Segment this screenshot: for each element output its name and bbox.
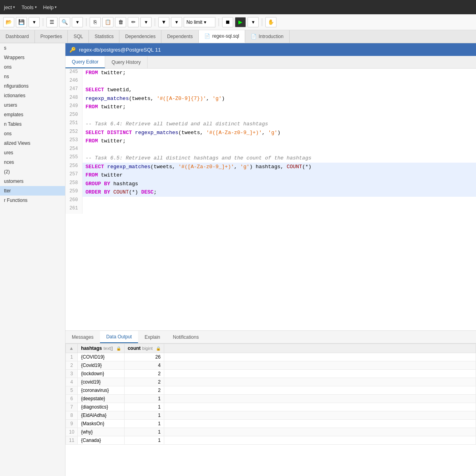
line-number: 257 [65,171,82,180]
filter-button[interactable]: ▼ [158,17,169,27]
search-dropdown-button[interactable]: ▾ [72,17,83,27]
lock-icon-hashtags: 🔒 [116,346,121,351]
edit-button[interactable]: ✏ [128,17,139,27]
menu-tools[interactable]: Tools ▾ [21,4,36,10]
paste-button[interactable]: 📋 [102,17,113,27]
line-number: 245 [65,69,82,77]
sidebar-item-wrappers[interactable]: Wrappers [0,53,65,62]
query-editor[interactable]: 245FROM twitter;246 247SELECT tweetid,24… [65,69,476,330]
sidebar-item-cursers[interactable]: ursers [0,100,65,110]
tab-introduction[interactable]: 📄 Introduction [245,30,290,43]
menu-help[interactable]: Help ▾ [43,4,57,10]
tab-data-output[interactable]: Data Output [100,331,138,343]
save-dropdown-button[interactable]: ▾ [29,17,40,27]
line-number: 259 [65,188,82,197]
run-button[interactable]: ▶ [235,17,246,27]
table-row[interactable]: 3{lockdown}2 [66,370,476,378]
cell-count: 26 [124,353,164,361]
run-dropdown-button[interactable]: ▾ [248,17,259,27]
delete-button[interactable]: 🗑 [115,17,126,27]
code-line: ORDER BY COUNT(*) DESC; [82,188,476,197]
tab-messages[interactable]: Messages [65,331,100,343]
cell-count: 1 [124,395,164,403]
code-line: SELECT DISTINCT regexp_matches(tweets, '… [82,129,476,137]
code-line [82,205,476,214]
connection-bar: 🔑 regex-db/postgres@PostgreSQL 11 [65,43,476,56]
tab-explain[interactable]: Explain [138,331,166,343]
cell-count: 1 [124,436,164,445]
col-header-hashtags[interactable]: hashtags text[] 🔒 [78,344,125,353]
sidebar-item-ns[interactable]: ns [0,72,65,81]
row-number: 6 [66,395,78,403]
copy-button[interactable]: ⎘ [90,17,101,27]
sidebar-item-ures[interactable]: ures [0,148,65,157]
tab-regex-sql[interactable]: 📄 regex-sql.sql [199,30,245,43]
tab-query-history[interactable]: Query History [105,56,147,68]
table-row[interactable]: 4{covid19}2 [66,378,476,386]
sidebar-item-nces[interactable]: nces [0,157,65,167]
separator4 [219,18,219,26]
separator [43,18,43,26]
tab-dependencies[interactable]: Dependencies [119,30,161,43]
table-row[interactable]: 7{diagnostics}1 [66,403,476,411]
tab-properties[interactable]: Properties [35,30,68,43]
cell-empty [164,395,476,403]
table-row[interactable]: 8{EidAlAdha}1 [66,411,476,420]
tab-query-editor[interactable]: Query Editor [65,56,105,68]
sidebar-item-configurations[interactable]: nfigurations [0,81,65,91]
table-row[interactable]: 2{Covid19}4 [66,361,476,370]
tab-notifications[interactable]: Notifications [167,331,205,343]
col-header-rownum: ▲ [66,344,78,353]
menu-project[interactable]: ject ▾ [4,4,15,10]
sidebar-item-tables[interactable]: n Tables [0,119,65,129]
sidebar-item-customers[interactable]: ustomers [0,177,65,186]
cell-count: 1 [124,403,164,411]
cell-hashtags: {EidAlAdha} [78,411,125,420]
sidebar-item-2[interactable]: (2) [0,167,65,177]
sidebar-item-functions[interactable]: r Functions [0,196,65,205]
cell-hashtags: {why} [78,428,125,436]
line-number: 260 [65,197,82,205]
table-row[interactable]: 11{Canada}1 [66,436,476,445]
table-row[interactable]: 6{deepstate}1 [66,395,476,403]
data-table: ▲ hashtags text[] 🔒 [65,344,476,445]
cell-empty [164,428,476,436]
sidebar-item-dictionaries[interactable]: ictionaries [0,91,65,100]
filter-dropdown-button[interactable]: ▾ [171,17,182,27]
no-limit-dropdown[interactable]: No limit ▾ [184,17,215,27]
table-row[interactable]: 9{MasksOn}1 [66,420,476,428]
hand-button[interactable]: ✋ [265,17,276,27]
edit-dropdown-button[interactable]: ▾ [140,17,152,27]
line-number: 246 [65,77,82,86]
cell-count: 4 [124,361,164,370]
row-number: 7 [66,403,78,411]
code-line [82,197,476,205]
open-file-button[interactable]: 📂 [3,17,14,27]
table-row[interactable]: 10{why}1 [66,428,476,436]
sidebar-item-materialized-views[interactable]: alized Views [0,138,65,148]
tab-statistics[interactable]: Statistics [89,30,119,43]
sidebar-item-s[interactable]: s [0,43,65,53]
code-line: regexp_matches(tweets, '#([A-Z0-9]{7})',… [82,94,476,103]
tab-dependents[interactable]: Dependents [161,30,199,43]
search-button[interactable]: 🔍 [59,17,70,27]
toolbar: 📂 💾 ▾ ☰ 🔍 ▾ ⎘ 📋 🗑 ✏ ▾ ▼ ▾ No limit ▾ ⏹ ▶… [0,14,476,30]
data-table-wrapper[interactable]: ▲ hashtags text[] 🔒 [65,344,476,476]
sidebar-item-twitter[interactable]: tter [0,186,65,196]
cell-count: 1 [124,420,164,428]
sidebar-item-templates[interactable]: emplates [0,110,65,119]
table-row[interactable]: 5{coronavirus}2 [66,386,476,395]
code-table: 245FROM twitter;246 247SELECT tweetid,24… [65,69,476,214]
row-number: 1 [66,353,78,361]
cell-empty [164,370,476,378]
tab-dashboard[interactable]: Dashboard [0,30,35,43]
col-header-count[interactable]: count bigint 🔒 [124,344,164,353]
stop-button[interactable]: ⏹ [222,17,233,27]
sidebar-item-ons[interactable]: ons [0,62,65,72]
table-row[interactable]: 1{COVID19}26 [66,353,476,361]
content-area: 🔑 regex-db/postgres@PostgreSQL 11 Query … [65,43,476,476]
sidebar-item-ons2[interactable]: ons [0,129,65,138]
grid-button[interactable]: ☰ [46,17,58,27]
save-button[interactable]: 💾 [16,17,27,27]
tab-sql[interactable]: SQL [68,30,89,43]
